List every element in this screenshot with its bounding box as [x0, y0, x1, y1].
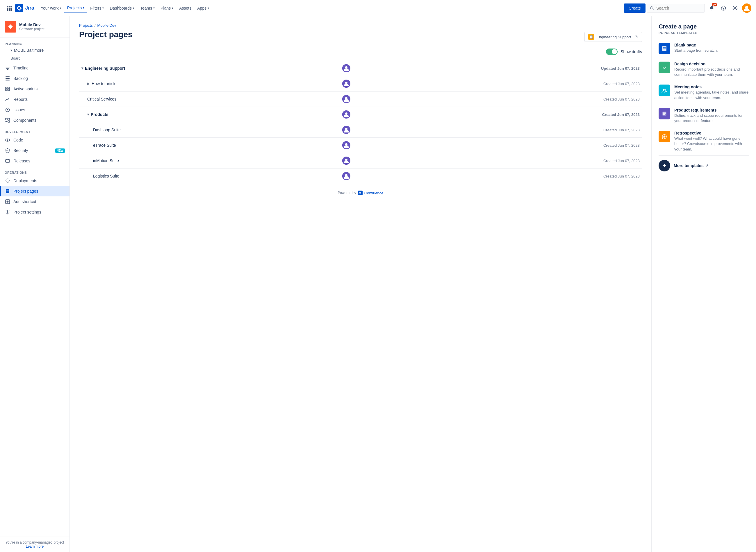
page-date-logistics: Created Jun 07, 2023: [409, 168, 642, 184]
sidebar-item-add-shortcut[interactable]: Add shortcut: [0, 196, 70, 207]
sidebar: Mobile Dev Software project PLANNING ▾ M…: [0, 16, 70, 552]
sidebar-item-backlog[interactable]: Backlog: [0, 73, 70, 84]
board-name: MOBL Baltimore: [14, 48, 43, 52]
svg-rect-26: [8, 89, 10, 91]
create-button[interactable]: Create: [624, 3, 646, 13]
sidebar-item-project-settings[interactable]: Project settings: [0, 207, 70, 217]
help-button[interactable]: [719, 3, 728, 13]
page-name-logistics: Logistics Suite: [93, 174, 338, 178]
svg-rect-5: [10, 8, 12, 9]
sidebar-project-settings-label: Project settings: [13, 210, 65, 215]
show-drafts-toggle[interactable]: [606, 48, 618, 55]
sidebar-item-security[interactable]: Security NEW: [0, 145, 70, 156]
your-work-nav[interactable]: Your work ▾: [38, 4, 64, 12]
components-icon: [5, 117, 10, 123]
projects-nav[interactable]: Projects ▾: [64, 4, 88, 12]
template-meeting-notes[interactable]: Meeting notes Set meeting agendas, take …: [659, 81, 749, 104]
ops-section-label: OPERATIONS: [0, 166, 70, 175]
table-row[interactable]: Dashloop Suite Created Jun 07, 2023: [79, 122, 642, 138]
page-name-text: Engineering Support: [85, 66, 125, 71]
releases-icon: [5, 158, 10, 164]
table-row[interactable]: Critical Services Created Jun 07, 2023: [79, 92, 642, 107]
svg-point-55: [663, 89, 664, 91]
settings-button[interactable]: [730, 3, 740, 13]
table-row[interactable]: ▾ Products Created Jun 07, 2023: [79, 107, 642, 122]
assets-nav[interactable]: Assets: [176, 4, 194, 12]
plans-nav[interactable]: Plans ▾: [157, 4, 176, 12]
project-settings-icon: [5, 209, 10, 215]
svg-rect-8: [10, 9, 12, 11]
header-controls: 📋 Engineering Support ⟳: [584, 32, 642, 42]
sidebar-item-code[interactable]: Code: [0, 135, 70, 145]
svg-rect-7: [9, 9, 10, 11]
powered-by-text: Powered by: [338, 191, 356, 195]
sidebar-item-active-sprints[interactable]: Active sprints: [0, 84, 70, 94]
jira-logo[interactable]: Jira: [15, 4, 34, 12]
breadcrumb: Projects / Mobile Dev: [79, 23, 642, 28]
board-row[interactable]: ▾ MOBL Baltimore: [0, 47, 70, 54]
grid-icon[interactable]: [5, 3, 14, 13]
svg-rect-22: [6, 80, 10, 81]
expand-icon-products[interactable]: ▾: [87, 112, 89, 117]
svg-rect-24: [8, 87, 10, 89]
engineering-badge[interactable]: 📋 Engineering Support ⟳: [584, 32, 642, 42]
sidebar-item-reports[interactable]: Reports: [0, 94, 70, 105]
template-design-desc: Record important project decisions and c…: [674, 67, 749, 77]
template-retrospective[interactable]: Retrospective What went well? What could…: [659, 127, 749, 156]
sidebar-item-components[interactable]: Components: [0, 115, 70, 126]
sidebar-issues-label: Issues: [13, 108, 65, 112]
table-row[interactable]: Logistics Suite Created Jun 07, 2023: [79, 168, 642, 184]
table-row[interactable]: ▶ How-to article Created Jun 07, 2023: [79, 76, 642, 92]
template-blank-icon: [659, 43, 670, 54]
refresh-icon[interactable]: ⟳: [635, 34, 638, 40]
search-box[interactable]: [647, 4, 705, 12]
teams-nav[interactable]: Teams ▾: [137, 4, 157, 12]
breadcrumb-projects[interactable]: Projects: [79, 23, 93, 28]
notification-button[interactable]: 9+: [707, 3, 717, 13]
breadcrumb-mobile-dev[interactable]: Mobile Dev: [97, 23, 116, 28]
template-blank-page[interactable]: Blank page Start a page from scratch.: [659, 39, 749, 58]
more-templates-link[interactable]: More templates ↗: [659, 156, 749, 175]
svg-rect-20: [6, 77, 10, 77]
learn-more-link[interactable]: Learn more: [5, 544, 65, 549]
template-blank-info: Blank page Start a page from scratch.: [674, 43, 718, 53]
dashboards-nav[interactable]: Dashboards ▾: [107, 4, 137, 12]
page-name-text: Critical Services: [87, 97, 116, 101]
template-product-req[interactable]: Product requirements Define, track and s…: [659, 104, 749, 127]
apps-nav[interactable]: Apps ▾: [194, 4, 212, 12]
sidebar-item-deployments[interactable]: Deployments: [0, 175, 70, 186]
svg-point-40: [345, 82, 347, 84]
user-avatar[interactable]: [742, 3, 751, 13]
search-input[interactable]: [656, 6, 701, 10]
sprints-icon: [5, 86, 10, 92]
svg-point-36: [7, 212, 8, 213]
expand-icon[interactable]: ▾: [81, 66, 83, 70]
sidebar-item-issues[interactable]: Issues: [0, 105, 70, 115]
table-row[interactable]: ▾ Engineering Support Updated Jun 07, 20…: [79, 61, 642, 76]
svg-rect-33: [6, 159, 10, 162]
svg-point-48: [345, 143, 347, 146]
svg-point-42: [345, 97, 347, 99]
template-meeting-name: Meeting notes: [674, 85, 749, 89]
table-row[interactable]: eTrace Suite Created Jun 07, 2023: [79, 138, 642, 153]
page-date-critical: Created Jun 07, 2023: [409, 92, 642, 107]
sidebar-board-label[interactable]: Board: [0, 54, 70, 63]
sidebar-reports-label: Reports: [13, 97, 65, 102]
sidebar-item-project-pages[interactable]: Project pages: [0, 186, 70, 196]
sidebar-item-releases[interactable]: Releases: [0, 156, 70, 166]
page-name-text: Logistics Suite: [93, 174, 119, 178]
page-name-engineering-support: ▾ Engineering Support: [81, 66, 338, 71]
show-drafts-label: Show drafts: [621, 49, 642, 54]
table-row[interactable]: inMotion Suite Created Jun 07, 2023: [79, 153, 642, 168]
template-blank-name: Blank page: [674, 43, 718, 47]
sidebar-sprints-label: Active sprints: [13, 87, 65, 91]
svg-point-50: [345, 159, 347, 161]
breadcrumb-sep: /: [95, 23, 96, 28]
template-blank-desc: Start a page from scratch.: [674, 48, 718, 53]
sidebar-item-timeline[interactable]: Timeline: [0, 63, 70, 73]
expand-icon-how-to[interactable]: ▶: [87, 82, 90, 86]
svg-rect-0: [7, 6, 8, 7]
svg-point-46: [345, 128, 347, 130]
template-design-decision[interactable]: Design decision Record important project…: [659, 58, 749, 81]
filters-nav[interactable]: Filters ▾: [87, 4, 107, 12]
